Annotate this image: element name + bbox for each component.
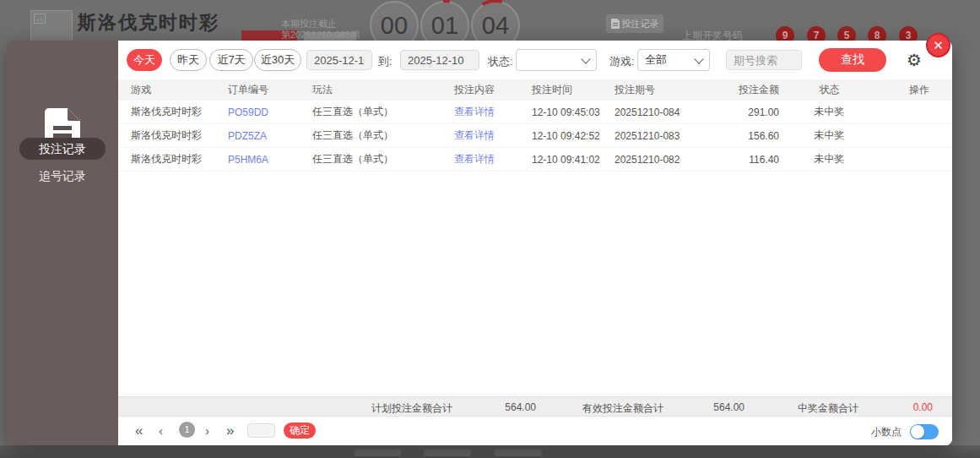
cell-amount: 291.00 xyxy=(713,106,789,118)
date-to-label: 到: xyxy=(378,54,393,69)
col-time: 投注时间 xyxy=(532,83,615,97)
col-action: 操作 xyxy=(886,83,952,97)
page-confirm-button[interactable]: 确定 xyxy=(284,423,316,439)
footer-bar: « ‹ 1 › » 确定 小数点 xyxy=(118,417,952,445)
chevron-down-icon xyxy=(694,54,703,63)
decimal-toggle-label: 小数点 xyxy=(871,425,901,439)
col-period: 投注期号 xyxy=(615,83,713,97)
cell-order-id-link[interactable]: PO59DD xyxy=(228,106,312,118)
plan-total-label: 计划投注金额合计 xyxy=(371,401,452,416)
sidebar-item-chase-records[interactable]: 追号记录 xyxy=(19,165,106,187)
bg-bottom-shape xyxy=(355,450,401,456)
cell-view-details-link[interactable]: 查看详情 xyxy=(454,128,532,143)
game-label: 游戏: xyxy=(609,54,635,69)
period-search-input[interactable] xyxy=(726,50,802,70)
close-button[interactable]: ✕ xyxy=(926,33,950,57)
first-page-button[interactable]: « xyxy=(135,423,143,439)
deadline-label: 本期投注截止 xyxy=(281,19,360,30)
status-label: 状态: xyxy=(488,54,513,69)
bg-bottom-shape xyxy=(495,450,541,456)
col-amount: 投注金额 xyxy=(713,83,789,97)
page-jump-input[interactable] xyxy=(247,423,275,438)
close-icon: ✕ xyxy=(933,38,944,52)
betting-records-modal: 投注记录 追号记录 今天 昨天 近7天 近30天 到: 状态: 游戏: 全部 xyxy=(7,41,952,445)
table-header-row: 游戏 订单编号 玩法 投注内容 投注时间 投注期号 投注金额 状态 操作 xyxy=(118,79,952,101)
next-page-button[interactable]: › xyxy=(205,423,209,439)
sidebar-item-bet-records[interactable]: 投注记录 xyxy=(19,138,106,160)
win-total-value: 0.00 xyxy=(869,401,933,413)
search-button[interactable]: 查找 xyxy=(819,48,886,72)
win-total-label: 中奖金额合计 xyxy=(798,401,858,416)
betting-records-screen: 斯洛伐克时时彩 本期投注截止 第20251210-085期 00 01 04 投… xyxy=(0,0,980,458)
bg-bet-record-label: 投注记录 xyxy=(622,18,659,30)
filter-7days-button[interactable]: 近7天 xyxy=(209,49,253,71)
table-row: 斯洛伐克时时彩 PO59DD 任三直选（单式） 查看详情 12-10 09:45… xyxy=(118,101,952,124)
cell-game: 斯洛伐克时时彩 xyxy=(131,152,228,166)
cell-game: 斯洛伐克时时彩 xyxy=(131,105,228,119)
bg-bet-record-button: 投注记录 xyxy=(606,14,663,33)
modal-content-panel: 今天 昨天 近7天 近30天 到: 状态: 游戏: 全部 查找 ⚙ 游戏 xyxy=(118,41,952,445)
cell-status: 未中奖 xyxy=(789,128,886,143)
cell-time: 12-10 09:42:52 xyxy=(532,130,615,142)
game-logo-placeholder xyxy=(30,10,73,44)
cell-play: 任三直选（单式） xyxy=(312,152,454,166)
filter-yesterday-button[interactable]: 昨天 xyxy=(170,49,207,71)
bg-bottom-shape xyxy=(425,450,471,456)
cell-time: 12-10 09:41:02 xyxy=(532,154,615,166)
cell-period: 20251210-084 xyxy=(615,106,713,118)
summary-bar: 计划投注金额合计 564.00 有效投注金额合计 564.00 中奖金额合计 0… xyxy=(118,396,952,417)
game-select[interactable]: 全部 xyxy=(637,49,710,71)
decimal-toggle[interactable] xyxy=(910,424,939,439)
cell-play: 任三直选（单式） xyxy=(312,105,454,119)
table-row: 斯洛伐克时时彩 P5HM6A 任三直选（单式） 查看详情 12-10 09:41… xyxy=(118,148,952,172)
table-row: 斯洛伐克时时彩 PDZ5ZA 任三直选（单式） 查看详情 12-10 09:42… xyxy=(118,124,952,148)
chevron-down-icon xyxy=(581,54,590,63)
game-title: 斯洛伐克时时彩 xyxy=(78,10,219,35)
col-order-id: 订单编号 xyxy=(228,83,312,97)
prev-page-button[interactable]: ‹ xyxy=(159,423,163,439)
cell-period: 20251210-083 xyxy=(615,130,713,142)
cell-status: 未中奖 xyxy=(789,152,886,166)
col-content: 投注内容 xyxy=(454,83,532,97)
cell-amount: 116.40 xyxy=(713,154,789,166)
cell-period: 20251210-082 xyxy=(615,154,713,166)
cell-view-details-link[interactable]: 查看详情 xyxy=(454,152,532,166)
toggle-knob xyxy=(911,425,924,439)
gear-icon[interactable]: ⚙ xyxy=(907,49,922,71)
broken-image-icon xyxy=(34,14,46,24)
plan-total-value: 564.00 xyxy=(473,401,536,413)
cell-order-id-link[interactable]: PDZ5ZA xyxy=(228,130,312,142)
cell-time: 12-10 09:45:03 xyxy=(532,106,615,118)
document-icon xyxy=(611,19,620,29)
cell-game: 斯洛伐克时时彩 xyxy=(131,128,228,143)
period-label: 第20251210-085期 xyxy=(281,30,360,41)
current-page-badge[interactable]: 1 xyxy=(179,422,195,438)
filter-today-button[interactable]: 今天 xyxy=(127,49,162,71)
cell-order-id-link[interactable]: P5HM6A xyxy=(228,154,312,166)
date-to-input[interactable] xyxy=(400,50,479,70)
date-from-input[interactable] xyxy=(306,50,372,70)
valid-total-value: 564.00 xyxy=(681,401,744,413)
cell-view-details-link[interactable]: 查看详情 xyxy=(454,105,532,119)
deadline-block: 本期投注截止 第20251210-085期 xyxy=(281,19,360,41)
valid-total-label: 有效投注金额合计 xyxy=(582,401,663,416)
status-select[interactable] xyxy=(516,49,597,71)
modal-sidebar: 投注记录 追号记录 xyxy=(7,41,118,445)
bg-bottom-strip xyxy=(0,445,980,458)
cell-amount: 156.60 xyxy=(713,130,789,142)
cell-status: 未中奖 xyxy=(789,105,886,119)
col-status: 状态 xyxy=(789,83,886,97)
col-game: 游戏 xyxy=(131,83,228,97)
col-play: 玩法 xyxy=(312,83,454,97)
game-select-value: 全部 xyxy=(645,52,667,68)
filter-30days-button[interactable]: 近30天 xyxy=(254,49,301,71)
cell-play: 任三直选（单式） xyxy=(312,128,454,143)
last-page-button[interactable]: » xyxy=(226,423,234,439)
